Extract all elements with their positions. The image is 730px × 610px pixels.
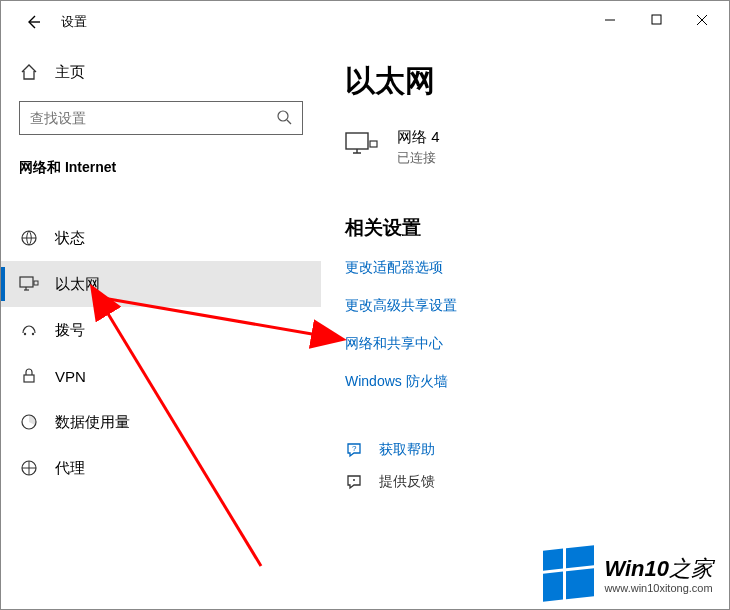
related-settings-heading: 相关设置 <box>345 215 705 241</box>
watermark-url: www.win10xitong.com <box>604 582 713 594</box>
page-heading: 以太网 <box>345 61 705 102</box>
nav-item-label: 以太网 <box>55 275 100 294</box>
window-title: 设置 <box>61 13 587 31</box>
nav-item-label: 代理 <box>55 459 85 478</box>
home-nav[interactable]: 主页 <box>1 51 321 93</box>
maximize-button[interactable] <box>633 4 679 36</box>
network-status: 已连接 <box>397 149 440 167</box>
dialup-icon <box>19 321 39 339</box>
link-network-sharing-center[interactable]: 网络和共享中心 <box>345 335 705 353</box>
content-pane: 以太网 网络 4 已连接 相关设置 更改适配器选项 更改高级共享设置 网络和共享… <box>321 43 729 609</box>
network-name: 网络 4 <box>397 128 440 147</box>
search-input[interactable] <box>30 110 276 126</box>
sidebar: 主页 网络和 Internet 状态 以太网 拨号 <box>1 43 321 609</box>
feedback-icon <box>345 473 365 491</box>
svg-rect-0 <box>652 15 661 24</box>
watermark: Win10之家 www.win10xitong.com <box>543 548 713 599</box>
search-icon <box>276 109 292 128</box>
svg-rect-7 <box>24 375 34 382</box>
get-help-link[interactable]: ? 获取帮助 <box>345 441 705 459</box>
svg-point-13 <box>353 479 355 481</box>
maximize-icon <box>651 14 662 25</box>
windows-logo-icon <box>543 545 594 601</box>
nav-status[interactable]: 状态 <box>1 215 321 261</box>
back-button[interactable] <box>13 2 53 42</box>
nav-vpn[interactable]: VPN <box>1 353 321 399</box>
link-windows-firewall[interactable]: Windows 防火墙 <box>345 373 705 391</box>
help-icon: ? <box>345 441 365 459</box>
close-button[interactable] <box>679 4 725 36</box>
svg-rect-3 <box>20 277 33 287</box>
help-label: 获取帮助 <box>379 441 435 459</box>
svg-point-5 <box>24 333 26 335</box>
svg-rect-11 <box>370 141 377 147</box>
ethernet-icon <box>19 275 39 293</box>
nav-data-usage[interactable]: 数据使用量 <box>1 399 321 445</box>
nav-proxy[interactable]: 代理 <box>1 445 321 491</box>
home-label: 主页 <box>55 63 85 82</box>
network-status-row[interactable]: 网络 4 已连接 <box>345 128 705 167</box>
nav-item-label: 数据使用量 <box>55 413 130 432</box>
arrow-left-icon <box>24 13 42 31</box>
svg-point-6 <box>32 333 34 335</box>
proxy-icon <box>19 459 39 477</box>
home-icon <box>19 63 39 81</box>
sidebar-section-label: 网络和 Internet <box>1 151 321 189</box>
vpn-icon <box>19 367 39 385</box>
link-advanced-sharing[interactable]: 更改高级共享设置 <box>345 297 705 315</box>
watermark-brand: Win10之家 <box>604 554 713 584</box>
link-adapter-options[interactable]: 更改适配器选项 <box>345 259 705 277</box>
nav-item-label: VPN <box>55 368 86 385</box>
data-usage-icon <box>19 413 39 431</box>
give-feedback-link[interactable]: 提供反馈 <box>345 473 705 491</box>
search-input-wrapper[interactable] <box>19 101 303 135</box>
close-icon <box>696 14 708 26</box>
nav-dialup[interactable]: 拨号 <box>1 307 321 353</box>
nav-ethernet[interactable]: 以太网 <box>1 261 321 307</box>
svg-text:?: ? <box>352 444 357 453</box>
svg-point-1 <box>278 111 288 121</box>
nav-item-label: 状态 <box>55 229 85 248</box>
svg-rect-10 <box>346 133 368 149</box>
status-icon <box>19 229 39 247</box>
svg-rect-4 <box>34 281 38 285</box>
network-icon <box>345 131 379 164</box>
minimize-button[interactable] <box>587 4 633 36</box>
feedback-label: 提供反馈 <box>379 473 435 491</box>
nav-item-label: 拨号 <box>55 321 85 340</box>
minimize-icon <box>604 14 616 26</box>
